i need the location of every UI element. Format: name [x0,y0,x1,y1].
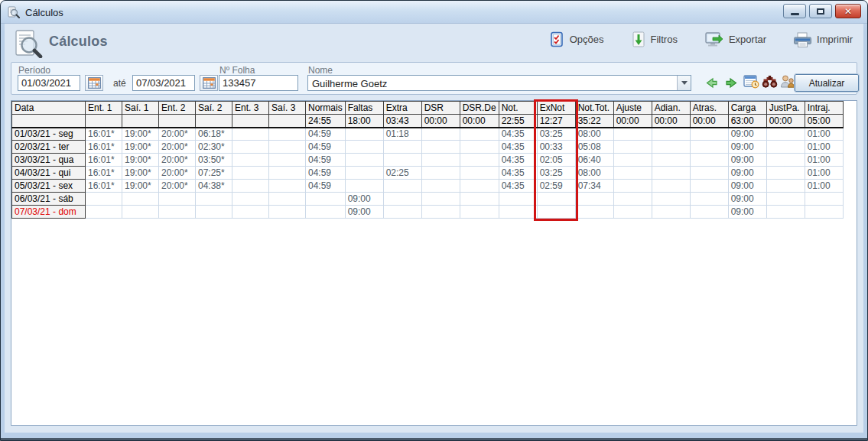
grid-cell[interactable] [269,141,306,154]
grid-cell[interactable]: 06:18* [196,128,232,141]
grid-cell[interactable] [613,128,652,141]
grid-cell[interactable]: 07:25* [196,167,232,180]
grid-cell[interactable] [122,206,159,219]
grid-cell[interactable] [159,206,196,219]
grid-cell[interactable]: 20:00* [159,141,196,154]
grid-cell[interactable]: 01:18 [383,128,421,141]
grid-cell[interactable] [537,206,575,219]
grid-cell[interactable] [345,167,383,180]
previous-button[interactable] [705,77,718,89]
grid-cell[interactable]: 00:33 [537,141,575,154]
grid-cell[interactable]: 04:59 [306,128,346,141]
grid-cell[interactable] [613,206,652,219]
grid-cell[interactable] [766,193,805,206]
grid-cell[interactable] [232,180,269,193]
date-cell[interactable]: 03/03/21 - qua [12,154,86,167]
grid-cell[interactable] [460,167,499,180]
grid-cell[interactable] [690,180,728,193]
grid-cell[interactable] [460,206,499,219]
date-cell[interactable]: 07/03/21 - dom [12,206,86,219]
exportar-button[interactable]: Exportar [705,31,766,47]
grid-cell[interactable] [232,193,269,206]
maximize-button[interactable] [809,4,832,18]
grid-cell[interactable]: 01:00 [805,128,843,141]
grid-cell[interactable]: 20:00* [159,128,196,141]
grid-cell[interactable]: 01:00 [805,141,843,154]
grid-cell[interactable] [269,167,306,180]
grid-cell[interactable] [460,141,499,154]
grid-cell[interactable] [766,180,805,193]
grid-cell[interactable]: 01:00 [805,154,843,167]
grid-cell[interactable] [690,193,728,206]
grid-cell[interactable] [652,128,690,141]
grid-cell[interactable] [499,206,537,219]
grid-cell[interactable]: 04:35 [499,154,537,167]
grid-cell[interactable] [196,206,232,219]
grid-cell[interactable] [690,154,728,167]
grid-cell[interactable] [766,154,805,167]
grid-cell[interactable]: 04:38* [196,180,232,193]
grid-cell[interactable]: 19:00* [122,154,159,167]
grid-cell[interactable]: 03:25 [537,128,575,141]
grid-cell[interactable]: 09:00 [728,141,766,154]
next-button[interactable] [725,77,738,89]
grid-cell[interactable] [421,193,460,206]
date-to-calendar-button[interactable] [200,75,218,91]
grid-cell[interactable] [575,206,613,219]
grid-cell[interactable]: 04:59 [306,167,346,180]
nome-combobox[interactable]: Guilherme Goetz [307,75,691,91]
grid-cell[interactable] [690,206,728,219]
grid-cell[interactable] [652,206,690,219]
grid-cell[interactable] [269,154,306,167]
grid-cell[interactable] [232,167,269,180]
grid-cell[interactable]: 16:01* [86,180,122,193]
grid-cell[interactable]: 04:35 [499,141,537,154]
grid-cell[interactable]: 09:00 [345,206,383,219]
filtros-button[interactable]: Filtros [632,31,678,47]
grid-cell[interactable] [421,154,460,167]
grid-cell[interactable] [196,193,232,206]
atualizar-button[interactable]: Atualizar [795,74,859,92]
grid-cell[interactable]: 05:08 [575,141,613,154]
grid-cell[interactable]: 09:00 [728,180,766,193]
grid-cell[interactable] [766,141,805,154]
grid-cell[interactable] [613,141,652,154]
grid-cell[interactable] [345,128,383,141]
grid-cell[interactable]: 19:00* [122,167,159,180]
grid-cell[interactable] [421,141,460,154]
grid-cell[interactable] [232,206,269,219]
grid-cell[interactable] [690,167,728,180]
grid-cell[interactable] [345,180,383,193]
grid-cell[interactable]: 20:00* [159,167,196,180]
grid-cell[interactable] [460,180,499,193]
grid-cell[interactable]: 20:00* [159,180,196,193]
grid-cell[interactable] [652,167,690,180]
grid-cell[interactable]: 03:50* [196,154,232,167]
grid-cell[interactable]: 20:00* [159,154,196,167]
grid-cell[interactable] [460,154,499,167]
grid-cell[interactable] [652,154,690,167]
grid-cell[interactable]: 09:00 [728,193,766,206]
grid-cell[interactable] [421,167,460,180]
grid-cell[interactable] [537,193,575,206]
grid-cell[interactable] [805,193,843,206]
grid-cell[interactable] [460,128,499,141]
grid-cell[interactable] [232,154,269,167]
grid-cell[interactable]: 02:30* [196,141,232,154]
grid-cell[interactable] [86,206,122,219]
grid-cell[interactable] [122,193,159,206]
grid-cell[interactable] [345,141,383,154]
grid-cell[interactable] [269,128,306,141]
grid-cell[interactable]: 09:00 [728,128,766,141]
date-cell[interactable]: 02/03/21 - ter [12,141,86,154]
grid-cell[interactable] [652,180,690,193]
grid-cell[interactable] [613,180,652,193]
grid-cell[interactable]: 08:00 [575,128,613,141]
grid-cell[interactable] [613,167,652,180]
schedule-card-button[interactable] [743,74,759,89]
date-from-calendar-button[interactable] [85,75,103,91]
grid-cell[interactable]: 09:00 [728,154,766,167]
grid-cell[interactable]: 01:00 [805,180,843,193]
imprimir-button[interactable]: Imprimir [794,32,853,47]
grid-cell[interactable] [306,193,346,206]
